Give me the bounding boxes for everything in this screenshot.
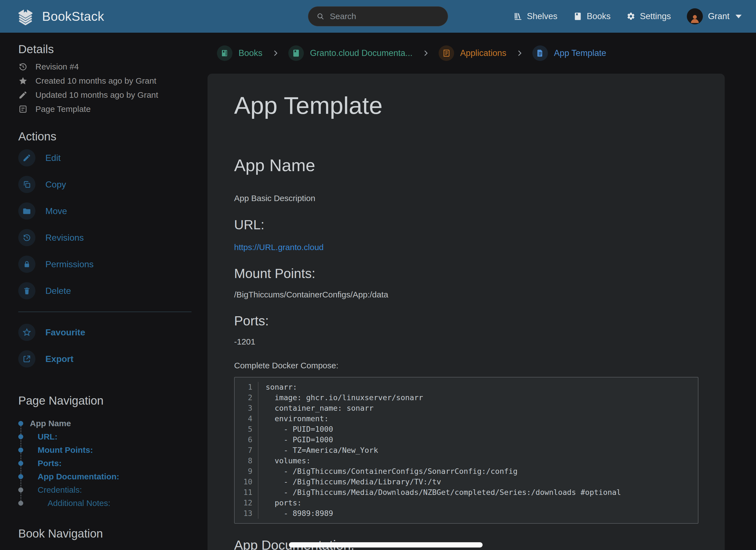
book-navigation-title: Book Navigation — [18, 527, 200, 540]
ports-value: -1201 — [234, 337, 698, 347]
action-copy-label: Copy — [45, 179, 66, 190]
page-navigation-title: Page Navigation — [18, 394, 200, 407]
copy-icon — [18, 176, 35, 193]
action-move[interactable]: Move — [18, 202, 200, 219]
chapter-icon — [439, 45, 454, 61]
code-line: 8 volumes: — [235, 456, 698, 466]
code-line: 3 container_name: sonarr — [235, 403, 698, 414]
pagenav-mount-points[interactable]: Mount Points: — [18, 443, 200, 457]
bullet-icon — [18, 474, 23, 479]
user-name: Grant — [708, 11, 729, 21]
action-revisions[interactable]: Revisions — [18, 229, 200, 246]
star-outline-icon — [18, 324, 35, 341]
app-description: App Basic Description — [234, 193, 698, 203]
person-icon — [689, 13, 700, 24]
nav-settings[interactable]: Settings — [626, 11, 671, 21]
chevron-down-icon — [736, 15, 742, 18]
page-navigation-list: App Name URL: Mount Points: Ports: App D… — [18, 417, 200, 510]
user-menu[interactable]: Grant — [687, 8, 742, 24]
pagenav-credentials[interactable]: Credentials: — [18, 483, 200, 497]
nav-shelves-label: Shelves — [527, 11, 557, 21]
action-copy[interactable]: Copy — [18, 176, 200, 193]
code-line: 13 - 8989:8989 — [235, 508, 698, 519]
chevron-right-icon — [516, 50, 523, 57]
action-favourite[interactable]: Favourite — [18, 324, 200, 341]
pencil-icon — [18, 90, 28, 100]
detail-updated: Updated 10 months ago by Grant — [18, 90, 200, 100]
history-icon — [18, 62, 28, 71]
sidebar: Details Revision #4 Created 10 months ag… — [0, 33, 208, 550]
detail-created: Created 10 months ago by Grant — [18, 76, 200, 86]
action-export[interactable]: Export — [18, 350, 200, 368]
action-revisions-label: Revisions — [45, 232, 84, 243]
ports-heading: Ports: — [234, 313, 698, 329]
pencil-icon — [18, 149, 35, 166]
detail-updated-label: Updated 10 months ago by Grant — [35, 90, 158, 100]
nav-settings-label: Settings — [640, 11, 671, 21]
code-line: 5 - PUID=1000 — [235, 424, 698, 435]
brand-home-link[interactable]: BookStack — [0, 6, 104, 26]
detail-template-label: Page Template — [35, 104, 91, 114]
pagenav-additional-notes[interactable]: Additional Notes: — [18, 497, 200, 510]
book-icon — [288, 45, 304, 61]
bullet-icon — [18, 501, 23, 506]
code-line: 9 - /BigThiccums/ContainerConfigs/Sonarr… — [235, 466, 698, 477]
trash-icon — [18, 282, 35, 300]
breadcrumb-applications[interactable]: Applications — [439, 45, 506, 61]
action-export-label: Export — [45, 354, 73, 364]
books-icon — [217, 45, 232, 61]
export-icon — [18, 350, 35, 368]
nav-books[interactable]: Books — [573, 11, 610, 21]
history-icon — [18, 229, 35, 246]
main-area: Books Granto.cloud Documenta... Applicat… — [208, 33, 756, 550]
docker-compose-label: Complete Docker Compose: — [234, 361, 698, 370]
mount-points-value: /BigThiccums/ContainerConfigs/App:/data — [234, 290, 698, 300]
code-line: 2 image: ghcr.io/linuxserver/sonarr — [235, 393, 698, 403]
bullet-icon — [18, 448, 23, 453]
detail-revision: Revision #4 — [18, 62, 200, 71]
action-delete[interactable]: Delete — [18, 282, 200, 300]
breadcrumb-book[interactable]: Granto.cloud Documenta... — [288, 45, 412, 61]
breadcrumb-books[interactable]: Books — [217, 45, 262, 61]
pagenav-app-name[interactable]: App Name — [18, 417, 200, 430]
url-heading: URL: — [234, 217, 698, 232]
pagenav-app-documentation[interactable]: App Documentation: — [18, 470, 200, 483]
star-icon — [18, 76, 28, 86]
action-edit[interactable]: Edit — [18, 149, 200, 166]
action-delete-label: Delete — [45, 286, 71, 296]
code-line: 12 ports: — [235, 498, 698, 508]
avatar — [687, 8, 703, 24]
bookstack-logo-icon — [15, 6, 35, 26]
nav-shelves[interactable]: Shelves — [514, 11, 557, 21]
code-line: 11 - /BigThiccums/Media/Downloads/NZBGet… — [235, 487, 698, 498]
code-line: 10 - /BigThiccums/Media/Library/TV:/tv — [235, 477, 698, 487]
url-link[interactable]: https://URL.granto.cloud — [234, 242, 324, 252]
template-icon — [18, 104, 28, 114]
search-input[interactable] — [329, 11, 439, 21]
home-indicator-handle[interactable] — [289, 542, 483, 548]
breadcrumb-app-template[interactable]: App Template — [532, 45, 606, 61]
action-permissions-label: Permissions — [45, 259, 94, 269]
code-line: 6 - PGID=1000 — [235, 435, 698, 445]
action-favourite-label: Favourite — [45, 327, 85, 338]
body-row: Details Revision #4 Created 10 months ag… — [0, 33, 756, 550]
search-box[interactable] — [308, 6, 448, 26]
bullet-icon — [18, 434, 23, 439]
chevron-right-icon — [422, 50, 429, 57]
action-edit-label: Edit — [45, 153, 61, 163]
actions-title: Actions — [18, 130, 200, 143]
folder-icon — [18, 202, 35, 219]
nav-books-label: Books — [587, 11, 610, 21]
action-permissions[interactable]: Permissions — [18, 255, 200, 273]
pagenav-url[interactable]: URL: — [18, 430, 200, 443]
gear-icon — [626, 12, 635, 21]
top-header: BookStack Shelves Books — [0, 0, 756, 33]
page-content-card: App Template App Name App Basic Descript… — [208, 74, 725, 550]
bullet-icon — [18, 461, 23, 466]
brand-name: BookStack — [42, 9, 104, 24]
search-icon — [317, 12, 324, 20]
page-icon — [532, 45, 548, 61]
pagenav-ports[interactable]: Ports: — [18, 457, 200, 470]
detail-revision-label: Revision #4 — [35, 62, 79, 71]
docker-compose-code-block: 1sonarr: 2 image: ghcr.io/linuxserver/so… — [234, 377, 698, 524]
